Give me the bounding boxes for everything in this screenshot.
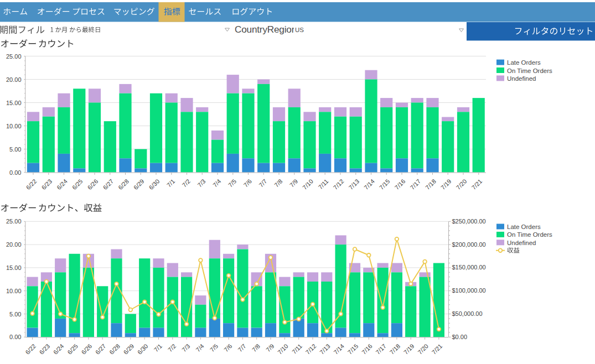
svg-text:0.00: 0.00	[9, 334, 21, 340]
svg-text:$150,000.00: $150,000.00	[452, 264, 486, 271]
svg-text:On Time Orders: On Time Orders	[507, 67, 552, 74]
svg-text:Undefined: Undefined	[507, 240, 536, 246]
svg-text:$200,000.00: $200,000.00	[452, 241, 486, 248]
svg-text:10.00: 10.00	[6, 123, 22, 129]
svg-text:$50,000.00: $50,000.00	[452, 310, 483, 317]
svg-text:$0.00: $0.00	[452, 334, 468, 340]
svg-text:US: US	[295, 27, 304, 33]
svg-text:5.00: 5.00	[9, 311, 21, 318]
svg-text:Undefined: Undefined	[507, 75, 536, 82]
svg-text:On Time Orders: On Time Orders	[507, 231, 552, 238]
svg-text:15.00: 15.00	[6, 100, 22, 106]
svg-text:Late Orders: Late Orders	[507, 223, 541, 230]
svg-text:10.00: 10.00	[6, 288, 22, 294]
svg-text:CountryRegion: CountryRegion	[235, 24, 297, 35]
svg-text:0.00: 0.00	[9, 169, 21, 176]
svg-text:5.00: 5.00	[9, 146, 21, 153]
svg-text:20.00: 20.00	[6, 241, 22, 248]
svg-text:15.00: 15.00	[6, 264, 22, 271]
svg-text:$250,000.00: $250,000.00	[452, 218, 486, 225]
svg-text:20.00: 20.00	[6, 76, 22, 83]
svg-text:25.00: 25.00	[6, 218, 22, 225]
svg-text:$100,000.00: $100,000.00	[452, 287, 486, 294]
svg-text:25.00: 25.00	[6, 53, 22, 60]
svg-text:Late Orders: Late Orders	[507, 59, 541, 66]
